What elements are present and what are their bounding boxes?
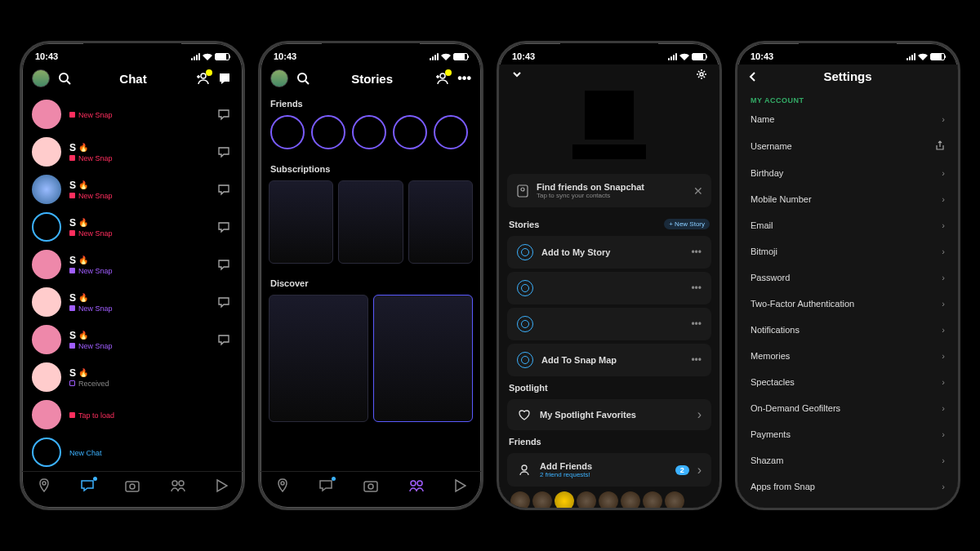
discover-tile[interactable] xyxy=(373,295,473,422)
story-circle[interactable] xyxy=(352,115,386,149)
chat-row[interactable]: S🔥New Snap xyxy=(22,321,243,358)
more-icon[interactable]: ••• xyxy=(691,282,702,294)
settings-row[interactable]: Apps from Snap› xyxy=(737,473,958,500)
nav-camera-icon[interactable] xyxy=(363,478,379,496)
find-friends-banner[interactable]: Find friends on Snapchat Tap to sync you… xyxy=(507,174,711,207)
chat-row[interactable]: Tap to load xyxy=(22,396,243,433)
add-snap-map-card[interactable]: Add To Snap Map ••• xyxy=(507,344,711,376)
chat-avatar[interactable] xyxy=(32,100,61,129)
new-story-button[interactable]: + New Story xyxy=(664,219,710,229)
friend-avatar[interactable] xyxy=(510,491,530,508)
settings-row[interactable]: Email› xyxy=(737,212,958,238)
nav-chat-icon[interactable] xyxy=(80,478,95,496)
nav-spotlight-icon[interactable] xyxy=(453,478,466,496)
add-friend-icon[interactable] xyxy=(195,72,210,85)
chat-avatar[interactable] xyxy=(32,362,61,392)
friend-avatar[interactable] xyxy=(643,491,662,508)
story-circle[interactable] xyxy=(270,115,305,149)
chat-row[interactable]: S🔥Received xyxy=(22,358,243,396)
nav-spotlight-icon[interactable] xyxy=(215,478,228,496)
add-friend-icon[interactable] xyxy=(434,72,449,85)
chat-avatar[interactable] xyxy=(32,212,61,242)
nav-map-icon[interactable] xyxy=(275,478,290,496)
chat-row[interactable]: S🔥New Snap xyxy=(22,171,243,208)
settings-row[interactable]: Spectacles› xyxy=(737,369,958,395)
friend-avatar[interactable] xyxy=(665,491,684,508)
chat-reply-icon[interactable] xyxy=(215,143,233,161)
chat-avatar[interactable] xyxy=(32,400,61,429)
settings-row[interactable]: Bitmoji› xyxy=(737,238,958,264)
chat-reply-icon[interactable] xyxy=(215,105,233,123)
chat-reply-icon[interactable] xyxy=(215,218,233,236)
my-avatar[interactable] xyxy=(32,69,50,87)
settings-row[interactable]: Memories› xyxy=(737,343,958,369)
settings-row[interactable]: On-Demand Geofilters› xyxy=(737,395,958,421)
settings-row[interactable]: Shazam› xyxy=(737,447,958,473)
subscription-tile[interactable] xyxy=(338,180,403,264)
more-icon[interactable]: ••• xyxy=(691,354,702,366)
more-icon[interactable]: ••• xyxy=(457,71,471,86)
friend-avatar[interactable] xyxy=(599,491,618,508)
subscription-tile[interactable] xyxy=(269,180,333,264)
add-my-story-card[interactable]: Add to My Story ••• xyxy=(507,236,711,269)
chat-avatar[interactable] xyxy=(32,438,61,467)
settings-row[interactable]: Mobile Number› xyxy=(737,186,958,212)
nav-stories-icon[interactable] xyxy=(408,478,425,496)
chat-reply-icon[interactable] xyxy=(215,256,233,273)
nav-camera-icon[interactable] xyxy=(124,478,140,496)
chat-row[interactable]: New Chat xyxy=(22,433,243,471)
friend-avatar[interactable] xyxy=(621,491,640,508)
chat-reply-icon[interactable] xyxy=(215,331,233,349)
settings-row[interactable]: Snapcodes› xyxy=(737,500,958,508)
settings-row[interactable]: Birthday› xyxy=(737,160,958,186)
chat-row[interactable]: S🔥New Snap xyxy=(22,283,243,321)
discover-tile[interactable] xyxy=(269,295,368,422)
more-icon[interactable]: ••• xyxy=(691,318,702,330)
nav-chat-icon[interactable] xyxy=(318,478,333,496)
settings-row[interactable]: Password› xyxy=(737,264,958,291)
chevron-down-icon[interactable] xyxy=(510,68,523,81)
search-icon[interactable] xyxy=(296,72,310,85)
story-card[interactable]: ••• xyxy=(507,272,711,304)
spotlight-favorites-card[interactable]: My Spotlight Favorites › xyxy=(507,399,711,430)
chat-list[interactable]: New SnapS🔥New SnapS🔥New SnapS🔥New SnapS🔥… xyxy=(22,96,243,471)
friend-avatar[interactable] xyxy=(577,491,596,508)
story-circle[interactable] xyxy=(311,115,345,149)
nav-map-icon[interactable] xyxy=(37,478,51,496)
chat-avatar[interactable] xyxy=(32,325,61,354)
chat-avatar[interactable] xyxy=(32,137,61,167)
settings-row[interactable]: Two-Factor Authentication› xyxy=(737,291,958,317)
story-circle[interactable] xyxy=(393,115,427,149)
settings-row[interactable]: Notifications› xyxy=(737,317,958,343)
settings-row[interactable]: Payments› xyxy=(737,421,958,447)
chat-row[interactable]: New Snap xyxy=(22,96,243,133)
chat-row[interactable]: S🔥New Snap xyxy=(22,133,243,171)
back-icon[interactable] xyxy=(747,71,759,82)
more-icon[interactable]: ••• xyxy=(691,247,702,258)
friend-avatar[interactable] xyxy=(555,491,574,508)
close-icon[interactable]: ✕ xyxy=(693,184,703,198)
chat-avatar[interactable] xyxy=(32,287,61,317)
search-icon[interactable] xyxy=(58,72,71,85)
stories-content[interactable]: Friends Subscriptions Discover xyxy=(261,96,481,471)
chat-row[interactable]: S🔥New Snap xyxy=(22,208,243,246)
nav-stories-icon[interactable] xyxy=(170,478,186,496)
chat-avatar[interactable] xyxy=(32,250,61,279)
story-circle[interactable] xyxy=(434,115,468,149)
subscription-tile[interactable] xyxy=(408,180,473,264)
settings-list[interactable]: MY ACCOUNT Name›UsernameBirthday›Mobile … xyxy=(737,91,958,508)
friends-stories-row[interactable] xyxy=(261,112,481,161)
chat-reply-icon[interactable] xyxy=(215,180,233,198)
gear-icon[interactable] xyxy=(695,68,708,81)
chat-reply-icon[interactable] xyxy=(215,293,233,311)
add-friends-card[interactable]: Add Friends 2 friend requests! 2 › xyxy=(507,453,711,487)
settings-row[interactable]: Username xyxy=(737,132,958,160)
settings-row[interactable]: Name› xyxy=(737,106,958,132)
chat-avatar[interactable] xyxy=(32,175,61,204)
story-card[interactable]: ••• xyxy=(507,308,711,340)
my-avatar[interactable] xyxy=(270,69,288,87)
friend-avatar[interactable] xyxy=(532,491,552,508)
compose-icon[interactable] xyxy=(218,72,233,85)
chat-row[interactable]: S🔥New Snap xyxy=(22,246,243,283)
profile-avatar-placeholder[interactable] xyxy=(585,91,634,140)
